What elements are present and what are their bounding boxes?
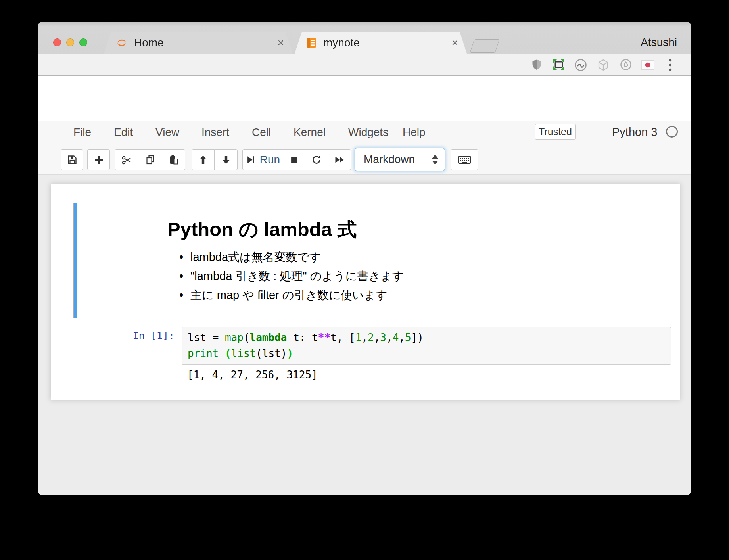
selected-cell-indicator (74, 203, 77, 318)
menu-help[interactable]: Help (403, 126, 426, 139)
markdown-heading: Python の lambda 式 (167, 217, 357, 243)
move-down-icon (221, 154, 232, 165)
cube-icon[interactable] (597, 59, 610, 71)
tab-home-close-icon[interactable]: × (278, 37, 284, 48)
cut-icon (121, 154, 132, 165)
markdown-cell[interactable]: Python の lambda 式 lambda式は無名変数です "lambda… (73, 203, 661, 318)
select-spinner-icon (432, 155, 438, 165)
run-button[interactable]: Run (242, 149, 283, 170)
menu-widgets[interactable]: Widgets (348, 126, 388, 139)
menu-view[interactable]: View (155, 126, 179, 139)
copy-icon (145, 154, 156, 165)
wave-circle-icon[interactable] (574, 59, 587, 71)
code-line: print (list(lst)) (188, 345, 293, 361)
browser-window: Home × mynote × Atsushi (38, 22, 691, 495)
menu-bar: File Edit View Insert Cell Kernel Widget… (38, 121, 691, 144)
notebook-container: Python の lambda 式 lambda式は無名変数です "lambda… (51, 184, 680, 400)
kernel-separator (606, 125, 606, 139)
jupyter-favicon (116, 37, 128, 49)
notebook-toolbar: Run Markdown (38, 144, 691, 175)
move-cell-up-button[interactable] (192, 149, 215, 170)
tab-home[interactable]: Home × (104, 32, 293, 54)
japan-flag-icon[interactable] (641, 60, 654, 70)
restart-kernel-button[interactable] (305, 149, 328, 170)
add-cell-icon (93, 154, 104, 165)
tab-strip: Home × mynote × Atsushi (38, 22, 691, 54)
keyboard-icon (458, 154, 471, 165)
save-icon (67, 154, 78, 165)
copy-button[interactable] (138, 149, 162, 170)
move-cell-down-button[interactable] (214, 149, 238, 170)
trusted-badge[interactable]: Trusted (535, 124, 576, 140)
restart-run-all-button[interactable] (328, 149, 351, 170)
browser-toolbar: i localhost:8888/notebooks/mynote.ipynb … (38, 54, 691, 76)
refresh-icon (311, 154, 322, 165)
kernel-idle-indicator (666, 126, 678, 138)
overflow-menu-icon[interactable] (668, 58, 673, 72)
cell-type-select[interactable]: Markdown (355, 148, 445, 171)
run-label: Run (260, 153, 280, 166)
window-close-button[interactable] (53, 38, 61, 46)
save-button[interactable] (61, 149, 83, 170)
jupyter-header: jupyter mynote (autosaved) Logout (38, 76, 691, 121)
window-minimize-button[interactable] (66, 38, 74, 46)
input-prompt: In [1]: (123, 330, 175, 341)
code-line: lst = map(lambda t: t**t, [1,2,3,4,5]) (188, 330, 424, 345)
fast-forward-icon (334, 154, 345, 165)
bullet-item: 主に map や filter の引き数に使います (178, 286, 404, 305)
menu-cell[interactable]: Cell (252, 126, 271, 139)
stop-icon (289, 155, 299, 165)
trusted-label: Trusted (539, 126, 572, 138)
menu-insert[interactable]: Insert (201, 126, 229, 139)
bullet-item: lambda式は無名変数です (178, 247, 404, 267)
browser-profile-name[interactable]: Atsushi (641, 36, 677, 49)
menu-file[interactable]: File (73, 126, 91, 139)
window-zoom-button[interactable] (79, 38, 87, 46)
tab-mynote[interactable]: mynote × (295, 32, 467, 54)
tab-mynote-close-icon[interactable]: × (452, 37, 458, 48)
notebook-favicon (307, 37, 317, 49)
tab-home-label: Home (134, 36, 164, 49)
command-palette-button[interactable] (451, 149, 478, 170)
output-text: [1, 4, 27, 256, 3125] (187, 369, 318, 381)
screenshot-icon[interactable] (553, 59, 565, 71)
step-forward-icon (246, 155, 256, 165)
shield-icon[interactable] (531, 59, 543, 71)
markdown-bullet-list: lambda式は無名変数です "lambda 引き数 : 処理" のように書きま… (178, 247, 404, 305)
paste-button[interactable] (162, 149, 185, 170)
tab-mynote-label: mynote (323, 36, 360, 49)
move-up-icon (198, 154, 209, 165)
new-tab-button[interactable] (470, 39, 499, 53)
interrupt-kernel-button[interactable] (283, 149, 305, 170)
paste-icon (168, 154, 179, 165)
kernel-name: Python 3 (612, 126, 657, 139)
menu-edit[interactable]: Edit (114, 126, 133, 139)
notebook-area: Python の lambda 式 lambda式は無名変数です "lambda… (38, 175, 691, 495)
bullet-item: "lambda 引き数 : 処理" のように書きます (178, 267, 404, 286)
cell-type-value: Markdown (364, 153, 415, 166)
menu-kernel[interactable]: Kernel (294, 126, 326, 139)
add-cell-button[interactable] (87, 149, 110, 170)
code-input-area[interactable]: lst = map(lambda t: t**t, [1,2,3,4,5]) p… (182, 327, 671, 365)
cut-button[interactable] (115, 149, 138, 170)
droplet-icon[interactable] (620, 59, 632, 71)
